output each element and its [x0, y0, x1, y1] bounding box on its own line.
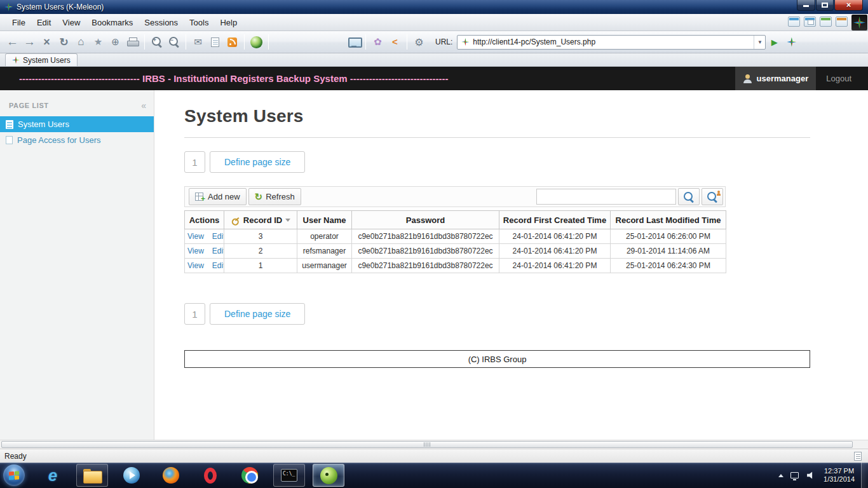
- page-info-button[interactable]: [207, 34, 224, 51]
- toolbar-separator: [244, 34, 245, 50]
- kmeleon-icon: [320, 467, 337, 484]
- gear-icon: [414, 36, 423, 48]
- taskbar-media-player[interactable]: [116, 464, 147, 487]
- search-button[interactable]: [678, 188, 700, 205]
- quick-launch-button[interactable]: [783, 34, 800, 51]
- back-icon: [6, 35, 18, 49]
- table-row: ViewEdit 3 operator c9e0b271ba821b9161db…: [185, 229, 726, 244]
- password-cell: c9e0b271ba821b9161dbd3b8780722ec: [352, 244, 499, 259]
- kmeleon-throbber[interactable]: [851, 15, 867, 30]
- zoom-in-button[interactable]: [148, 34, 165, 51]
- edit-link[interactable]: Edit: [212, 261, 224, 270]
- go-button[interactable]: [766, 34, 783, 51]
- url-input[interactable]: [473, 36, 754, 49]
- tile-windows-icon[interactable]: [836, 17, 848, 27]
- zoom-out-button[interactable]: [165, 34, 182, 51]
- layered-window-icon[interactable]: [820, 17, 832, 27]
- search-input[interactable]: [536, 189, 676, 205]
- add-new-button[interactable]: Add new: [189, 188, 247, 205]
- rss-button[interactable]: [224, 34, 241, 51]
- duplicate-window-icon[interactable]: [804, 17, 816, 27]
- user-menu[interactable]: usermanager: [735, 67, 817, 90]
- modified-cell: 29-01-2014 11:14:06 AM: [611, 244, 726, 259]
- menu-bookmarks[interactable]: Bookmarks: [86, 15, 139, 30]
- sidebar-item-system-users[interactable]: System Users: [0, 116, 154, 132]
- new-window-icon[interactable]: [788, 17, 800, 27]
- divider: [184, 137, 810, 138]
- horizontal-scrollbar[interactable]: [0, 440, 868, 449]
- forward-button[interactable]: [21, 34, 38, 51]
- define-page-size-button[interactable]: Define page size: [210, 303, 305, 325]
- stop-button[interactable]: [38, 34, 55, 51]
- edit-link[interactable]: Edit: [212, 247, 224, 255]
- add-bookmark-button[interactable]: [107, 34, 124, 51]
- previous-link-button[interactable]: [386, 34, 403, 51]
- logout-link[interactable]: Logout: [826, 74, 851, 83]
- bookmarks-button[interactable]: [90, 34, 107, 51]
- taskbar-firefox[interactable]: [155, 464, 187, 487]
- sidebar-item-label: System Users: [18, 119, 69, 129]
- menu-sessions[interactable]: Sessions: [139, 15, 184, 30]
- window-titlebar: System Users (K-Meleon): [0, 0, 868, 14]
- advanced-search-button[interactable]: [702, 188, 723, 205]
- refresh-button[interactable]: Refresh: [248, 188, 301, 205]
- taskbar-command-prompt[interactable]: [273, 464, 305, 487]
- url-dropdown-button[interactable]: [754, 36, 765, 49]
- send-to-screen-button[interactable]: [345, 34, 362, 51]
- show-desktop-button[interactable]: [861, 463, 868, 488]
- define-page-size-button[interactable]: Define page size: [210, 151, 305, 173]
- grid-toolbar: Add new Refresh: [184, 186, 726, 207]
- taskbar-opera[interactable]: [194, 464, 226, 487]
- user-icon: [743, 74, 752, 83]
- menu-help[interactable]: Help: [214, 15, 243, 30]
- mail-button[interactable]: [189, 34, 207, 51]
- minimize-button[interactable]: [797, 0, 815, 11]
- reload-button[interactable]: [55, 34, 72, 51]
- extensions-button[interactable]: [369, 34, 386, 51]
- menu-tools[interactable]: Tools: [184, 15, 214, 30]
- taskbar-kmeleon[interactable]: [313, 464, 344, 487]
- menu-view[interactable]: View: [57, 15, 86, 30]
- home-button[interactable]: [72, 34, 90, 51]
- start-button[interactable]: [0, 463, 28, 488]
- taskbar-internet-explorer[interactable]: [37, 464, 69, 487]
- show-hidden-icons-button[interactable]: [778, 474, 783, 477]
- record-id-cell: 1: [224, 259, 297, 273]
- scrollbar-thumb[interactable]: [1, 441, 853, 448]
- taskbar-explorer[interactable]: [76, 464, 108, 487]
- go-icon: [771, 36, 778, 48]
- browser-button[interactable]: [248, 34, 265, 51]
- kmeleon-app-icon[interactable]: [4, 3, 13, 11]
- table-row: ViewEdit 2 refsmanager c9e0b271ba821b916…: [185, 244, 726, 259]
- menu-edit[interactable]: Edit: [31, 15, 57, 30]
- refresh-label: Refresh: [266, 192, 295, 201]
- close-button[interactable]: [834, 0, 863, 11]
- page-notes-icon: [211, 37, 219, 47]
- user-name-cell: usermanager: [297, 259, 352, 273]
- maximize-button[interactable]: [816, 0, 834, 11]
- url-bar: [457, 35, 766, 50]
- view-link[interactable]: View: [187, 232, 204, 241]
- edit-link[interactable]: Edit: [212, 232, 224, 241]
- network-icon[interactable]: [790, 472, 799, 478]
- view-link[interactable]: View: [187, 261, 204, 270]
- plus-circle-icon: [111, 36, 119, 48]
- sidebar-item-page-access[interactable]: Page Access for Users: [0, 132, 154, 148]
- back-button[interactable]: [4, 34, 21, 51]
- volume-icon[interactable]: [807, 471, 815, 479]
- page-number-button[interactable]: 1: [184, 151, 205, 173]
- view-link[interactable]: View: [187, 247, 204, 255]
- settings-button[interactable]: [410, 34, 428, 51]
- system-tray: 12:37 PM 1/31/2014: [771, 463, 868, 488]
- page-number-button[interactable]: 1: [184, 303, 205, 325]
- site-header: -------------------------------------- I…: [0, 67, 868, 90]
- taskbar-chrome[interactable]: [234, 464, 266, 487]
- print-button[interactable]: [124, 34, 141, 51]
- forward-icon: [24, 35, 36, 49]
- menu-file[interactable]: File: [6, 15, 31, 30]
- tab-system-users[interactable]: System Users: [5, 53, 78, 66]
- taskbar-clock[interactable]: 12:37 PM 1/31/2014: [824, 467, 855, 484]
- col-record-id[interactable]: Record ID: [224, 211, 297, 229]
- site-header-right: usermanager Logout: [735, 67, 868, 90]
- collapse-sidebar-icon[interactable]: [141, 101, 146, 110]
